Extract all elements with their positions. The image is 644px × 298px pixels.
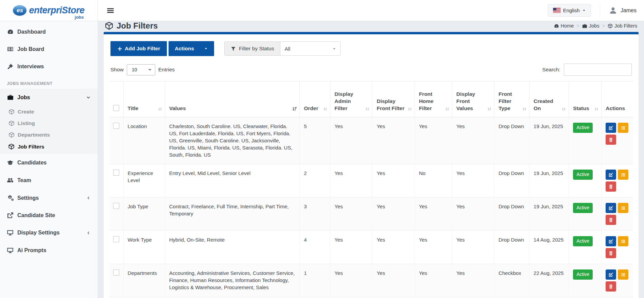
cube-icon: [8, 109, 15, 115]
filter-by-status-button[interactable]: Filter by Status: [225, 42, 280, 55]
sort-icon: [323, 107, 328, 111]
plus-icon: [117, 46, 122, 51]
breadcrumb-separator: >: [577, 23, 579, 29]
cell-created-on: 22 Aug, 2025: [529, 264, 569, 297]
column-header-status[interactable]: Status: [569, 82, 602, 117]
status-filter-group: Filter by Status All: [224, 41, 341, 56]
sidebar-item-team[interactable]: Team: [0, 172, 98, 189]
page-size-select[interactable]: 10: [127, 64, 155, 75]
sidebar-label: Job Board: [17, 46, 44, 52]
breadcrumb-home[interactable]: Home: [554, 23, 574, 29]
cell-title: Work Type: [123, 231, 165, 264]
sidebar-item-candidate-site[interactable]: Candidate Site: [0, 207, 98, 224]
logo-area: es enterpriStore jobs: [0, 0, 98, 21]
column-header-title[interactable]: Title: [123, 82, 165, 117]
funnel-icon: [231, 46, 236, 51]
breadcrumb-current[interactable]: Job Filters: [608, 23, 637, 29]
row-checkbox[interactable]: [113, 203, 119, 209]
cube-icon: [8, 120, 15, 126]
cell-display-front-filter: Yes: [372, 197, 415, 231]
sort-icon: [561, 107, 566, 111]
user-menu[interactable]: James: [600, 4, 638, 17]
cell-display-front-filter: Yes: [372, 264, 415, 297]
actions-dropdown-button[interactable]: Actions: [169, 41, 214, 56]
cell-values: Charleston, South Caroline. US, Clearwat…: [165, 117, 300, 164]
row-checkbox[interactable]: [113, 269, 119, 276]
edit-button[interactable]: [606, 123, 616, 133]
sidebar-label: Create: [18, 109, 34, 115]
cube-icon: [8, 143, 15, 150]
column-header-display-front-filter[interactable]: Display Front Filter: [372, 82, 415, 117]
values-list-button[interactable]: [618, 203, 628, 213]
row-checkbox[interactable]: [113, 236, 119, 242]
graduation-cap-icon: [7, 159, 14, 166]
edit-button[interactable]: [606, 269, 616, 280]
column-header-order[interactable]: Order: [300, 82, 330, 117]
sidebar-item-job-board[interactable]: Job Board: [0, 40, 98, 58]
edit-button[interactable]: [606, 236, 616, 246]
column-header-front-filter-type[interactable]: Front Filter Type: [494, 82, 529, 117]
breadcrumb-jobs[interactable]: Jobs: [582, 23, 599, 29]
status-badge: Active: [573, 236, 593, 246]
sidebar-item-candidates[interactable]: Candidates: [0, 154, 98, 172]
column-header-created-on[interactable]: Created On: [529, 82, 569, 117]
sidebar-item-jobs[interactable]: Jobs: [0, 89, 98, 106]
sidebar-item-create[interactable]: Create: [0, 106, 98, 118]
edit-button[interactable]: [606, 170, 616, 180]
cell-values: Entry Level, Mid Level, Senior Level: [165, 164, 300, 197]
search-input[interactable]: [564, 64, 632, 76]
values-list-button[interactable]: [618, 236, 628, 246]
values-list-button[interactable]: [618, 269, 628, 280]
sidebar-label: Candidate Site: [17, 212, 55, 218]
table-row: Job Type Contract, Freelance, Full Time,…: [109, 197, 633, 231]
delete-button[interactable]: [606, 135, 616, 145]
add-job-filter-button[interactable]: Add Job Filter: [110, 41, 167, 56]
sidebar-label: Job Filters: [18, 144, 44, 150]
delete-button[interactable]: [606, 181, 616, 192]
sidebar-item-departments[interactable]: Departments: [0, 129, 98, 141]
status-badge: Active: [573, 269, 593, 280]
column-header-values[interactable]: Values: [165, 82, 300, 117]
cell-front-filter-type: Checkbox: [494, 264, 529, 297]
desktop-icon: [7, 229, 14, 236]
status-filter-select[interactable]: All: [280, 42, 340, 55]
edit-button[interactable]: [606, 203, 616, 213]
sidebar-item-settings[interactable]: Settings: [0, 189, 98, 207]
sidebar-label: Display Settings: [17, 230, 59, 236]
sidebar-item-display-settings[interactable]: Display Settings: [0, 224, 98, 242]
sidebar-item-dashboard[interactable]: Dashboard: [0, 23, 98, 40]
language-dropdown[interactable]: English: [548, 4, 591, 17]
menu-toggle-icon[interactable]: [105, 5, 116, 16]
sidebar-item-ai-prompts[interactable]: Ai Prompts: [0, 242, 98, 259]
sidebar-item-job-filters[interactable]: Job Filters: [0, 141, 98, 153]
values-list-button[interactable]: [618, 123, 628, 133]
row-checkbox[interactable]: [113, 170, 119, 176]
select-all-checkbox[interactable]: [113, 105, 119, 111]
caret-down-icon: [332, 47, 336, 51]
cell-display-front-filter: Yes: [372, 164, 415, 197]
page-title: Job Filters: [105, 21, 158, 31]
show-label: Show: [110, 67, 124, 73]
cell-values: Accounting, Administrative Services, Cus…: [165, 264, 300, 297]
external-link-icon: [7, 212, 14, 218]
column-header-front-home-filter[interactable]: Front Home Filter: [415, 82, 452, 117]
delete-button[interactable]: [606, 215, 616, 225]
sidebar-item-listing[interactable]: Listing: [0, 118, 98, 129]
sidebar-item-interviews[interactable]: Interviews: [0, 58, 98, 75]
brand-name: enterpriStore: [29, 5, 84, 15]
delete-button[interactable]: [606, 248, 616, 258]
cell-front-home-filter: Yes: [415, 231, 452, 264]
brand-logo[interactable]: es enterpriStore jobs: [13, 5, 84, 16]
table-header-row: Title Values Order Display Admin Filter …: [109, 82, 633, 117]
chevron-left-icon: [86, 231, 91, 235]
column-header-display-front-values[interactable]: Display Front Values: [452, 82, 494, 117]
row-checkbox[interactable]: [113, 123, 119, 129]
sidebar-label: Departments: [18, 132, 50, 138]
status-badge: Active: [573, 170, 593, 180]
column-header-display-admin-filter[interactable]: Display Admin Filter: [330, 82, 372, 117]
cell-title: Departments: [123, 264, 165, 297]
delete-button[interactable]: [606, 281, 616, 292]
us-flag-icon: [553, 8, 561, 13]
values-list-button[interactable]: [618, 170, 628, 180]
sidebar-label: Interviews: [17, 64, 44, 70]
